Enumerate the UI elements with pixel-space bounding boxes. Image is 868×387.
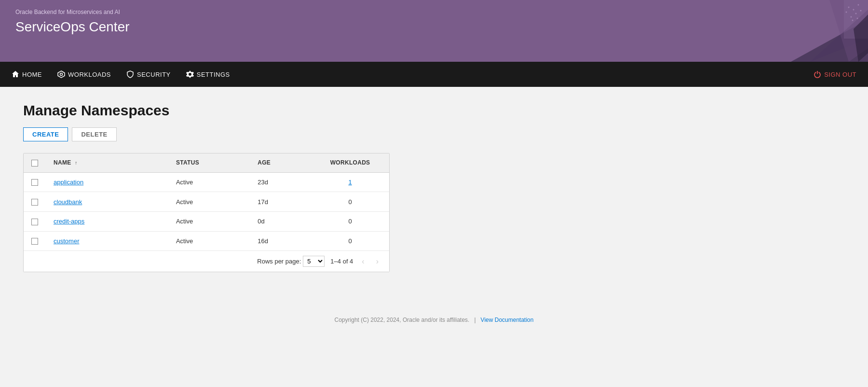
row-3-workloads-cell: 0: [311, 211, 389, 231]
delete-button[interactable]: DELETE: [72, 127, 116, 141]
oracle-label: Oracle Backend for Microservices and AI: [15, 9, 853, 15]
header-name-col[interactable]: NAME ↑: [46, 153, 168, 172]
power-icon: [814, 70, 821, 78]
row-1-checkbox-cell: [24, 172, 46, 192]
nav-home[interactable]: HOME: [12, 70, 42, 78]
row-3-age-cell: 0d: [250, 211, 311, 231]
header-checkbox-col: [24, 153, 46, 172]
row-2-checkbox[interactable]: [31, 199, 38, 206]
row-4-name-cell: customer: [46, 231, 168, 250]
row-2-status-cell: Active: [168, 192, 250, 212]
nav-settings-label: SETTINGS: [197, 71, 230, 78]
prev-page-button[interactable]: ‹: [359, 256, 367, 267]
table-row: credit-apps Active 0d 0: [24, 211, 389, 231]
rows-per-page-label: Rows per page:: [257, 258, 301, 265]
footer-docs-link[interactable]: View Documentation: [481, 317, 534, 323]
row-1-checkbox[interactable]: [31, 179, 38, 186]
row-4-name-link[interactable]: customer: [54, 237, 79, 245]
namespaces-table-container: NAME ↑ STATUS AGE WORKLOADS: [23, 153, 390, 272]
row-4-workloads-cell: 0: [311, 231, 389, 250]
row-1-status-cell: Active: [168, 172, 250, 192]
sign-out-button[interactable]: SIGN OUT: [814, 70, 856, 78]
sign-out-label: SIGN OUT: [824, 71, 856, 78]
row-4-checkbox[interactable]: [31, 238, 38, 245]
select-all-checkbox[interactable]: [31, 160, 38, 166]
table-row: cloudbank Active 17d 0: [24, 192, 389, 212]
row-3-name-cell: credit-apps: [46, 211, 168, 231]
security-icon: [126, 70, 134, 78]
sort-ascending-icon: ↑: [75, 160, 77, 166]
nav-workloads-label: WORKLOADS: [68, 71, 111, 78]
nav-workloads[interactable]: WORKLOADS: [57, 70, 111, 78]
row-1-name-link[interactable]: application: [54, 179, 83, 186]
table-row: application Active 23d 1: [24, 172, 389, 192]
header-banner: Oracle Backend for Microservices and AI …: [0, 0, 868, 62]
row-3-checkbox[interactable]: [31, 219, 38, 225]
row-2-checkbox-cell: [24, 192, 46, 212]
row-2-name-link[interactable]: cloudbank: [54, 198, 82, 206]
row-4-checkbox-cell: [24, 231, 46, 250]
namespaces-table: NAME ↑ STATUS AGE WORKLOADS: [24, 153, 389, 250]
row-3-status-cell: Active: [168, 211, 250, 231]
workloads-icon: [57, 70, 65, 78]
header-workloads-col: WORKLOADS: [311, 153, 389, 172]
table-header: NAME ↑ STATUS AGE WORKLOADS: [24, 153, 389, 172]
row-4-age-cell: 16d: [250, 231, 311, 250]
pagination: Rows per page: 5 10 25 50 1–4 of 4 ‹ ›: [24, 250, 389, 272]
rows-per-page-control: Rows per page: 5 10 25 50: [257, 256, 325, 267]
nav-home-label: HOME: [22, 71, 42, 78]
footer-separator: |: [474, 317, 475, 323]
settings-icon: [186, 70, 194, 78]
nav-settings[interactable]: SETTINGS: [186, 70, 230, 78]
page-info: 1–4 of 4: [330, 258, 353, 265]
footer: Copyright (C) 2022, 2024, Oracle and/or …: [0, 317, 868, 333]
row-3-checkbox-cell: [24, 211, 46, 231]
svg-marker-14: [58, 71, 65, 78]
row-2-name-cell: cloudbank: [46, 192, 168, 212]
table-body: application Active 23d 1 cloudbank: [24, 172, 389, 250]
action-buttons: CREATE DELETE: [23, 127, 845, 141]
nav-security-label: SECURITY: [137, 71, 171, 78]
header-status-col: STATUS: [168, 153, 250, 172]
next-page-button[interactable]: ›: [373, 256, 381, 267]
rows-per-page-select[interactable]: 5 10 25 50: [303, 256, 325, 267]
app-title: ServiceOps Center: [15, 19, 853, 35]
nav-security[interactable]: SECURITY: [126, 70, 171, 78]
home-icon: [12, 70, 19, 78]
page-title: Manage Namespaces: [23, 102, 845, 119]
table-row: customer Active 16d 0: [24, 231, 389, 250]
row-1-workloads-link[interactable]: 1: [348, 179, 352, 186]
row-4-status-cell: Active: [168, 231, 250, 250]
navbar: HOME WORKLOADS SECURITY SETTINGS: [0, 62, 868, 87]
row-2-workloads-cell: 0: [311, 192, 389, 212]
svg-point-15: [60, 73, 63, 76]
main-content: Manage Namespaces CREATE DELETE NAME ↑ S…: [0, 87, 868, 288]
row-1-name-cell: application: [46, 172, 168, 192]
create-button[interactable]: CREATE: [23, 127, 68, 141]
row-1-age-cell: 23d: [250, 172, 311, 192]
row-1-workloads-cell: 1: [311, 172, 389, 192]
row-3-name-link[interactable]: credit-apps: [54, 218, 84, 225]
header-age-col: AGE: [250, 153, 311, 172]
row-2-age-cell: 17d: [250, 192, 311, 212]
nav-items: HOME WORKLOADS SECURITY SETTINGS: [12, 70, 814, 78]
footer-copyright: Copyright (C) 2022, 2024, Oracle and/or …: [335, 317, 470, 323]
